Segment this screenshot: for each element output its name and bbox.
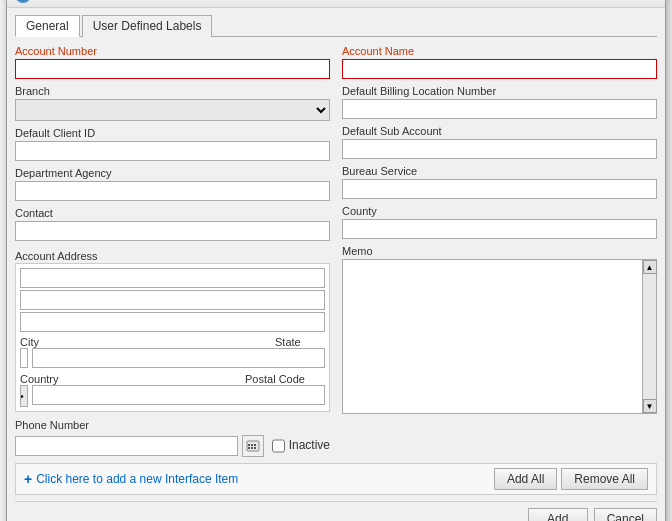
svg-rect-8 (254, 447, 256, 449)
plus-icon: + (24, 471, 32, 487)
county-input[interactable] (342, 219, 657, 239)
memo-label: Memo (342, 245, 657, 257)
bureau-service-label: Bureau Service (342, 165, 657, 177)
memo-group: Memo ▲ ▼ (342, 245, 657, 414)
branch-select[interactable] (15, 99, 330, 121)
default-client-id-group: Default Client ID (15, 127, 330, 161)
country-select[interactable]: United States of America (20, 385, 28, 407)
svg-rect-3 (248, 444, 250, 446)
address-line1-input[interactable] (20, 268, 325, 288)
postal-code-label: Postal Code (245, 373, 325, 385)
account-address-label: Account Address (15, 250, 98, 262)
scrollbar-up-button[interactable]: ▲ (643, 260, 657, 274)
contact-input[interactable] (15, 221, 330, 241)
account-number-label: Account Number (15, 45, 330, 57)
left-column: Account Number Branch Default Client ID … (15, 45, 330, 457)
default-sub-account-input[interactable] (342, 139, 657, 159)
tab-user-defined[interactable]: User Defined Labels (82, 15, 213, 37)
phone-number-group: Phone Number (15, 418, 330, 457)
remove-all-button[interactable]: Remove All (561, 468, 648, 490)
memo-container: ▲ ▼ (342, 259, 657, 414)
phone-row: Inactive (15, 435, 330, 457)
form-body: Account Number Branch Default Client ID … (15, 45, 657, 457)
account-number-group: Account Number (15, 45, 330, 79)
memo-scrollbar: ▲ ▼ (642, 260, 656, 413)
svg-rect-7 (251, 447, 253, 449)
cancel-button[interactable]: Cancel (594, 508, 657, 521)
interface-buttons: Add All Remove All (494, 468, 648, 490)
phone-icon (246, 439, 260, 453)
department-agency-label: Department Agency (15, 167, 330, 179)
contact-group: Contact (15, 207, 330, 241)
default-client-id-input[interactable] (15, 141, 330, 161)
interface-item-text: Click here to add a new Interface Item (36, 472, 238, 486)
right-column: Account Name Default Billing Location Nu… (342, 45, 657, 457)
default-sub-account-group: Default Sub Account (342, 125, 657, 159)
phone-icon-button[interactable] (242, 435, 264, 457)
city-state-labels: City State (20, 336, 325, 348)
state-label: State (275, 336, 325, 348)
account-name-label: Account Name (342, 45, 657, 57)
window-title: New Account (37, 0, 107, 2)
scrollbar-track (643, 274, 656, 399)
county-group: County (342, 205, 657, 239)
account-name-input[interactable] (342, 59, 657, 79)
branch-group: Branch (15, 85, 330, 121)
city-input[interactable] (20, 348, 28, 368)
default-sub-account-label: Default Sub Account (342, 125, 657, 137)
window-icon: + (15, 0, 31, 3)
branch-label: Branch (15, 85, 330, 97)
interface-bar: + Click here to add a new Interface Item… (15, 463, 657, 495)
country-postal-inputs: United States of America (20, 385, 325, 407)
account-address-group: Account Address City State (15, 249, 330, 415)
state-input[interactable] (32, 348, 325, 368)
department-agency-group: Department Agency (15, 167, 330, 201)
add-interface-item[interactable]: + Click here to add a new Interface Item (24, 471, 238, 487)
default-billing-input[interactable] (342, 99, 657, 119)
address-section: City State Country Postal Code (15, 263, 330, 412)
account-name-group: Account Name (342, 45, 657, 79)
tab-general[interactable]: General (15, 15, 80, 37)
inactive-row: Inactive (272, 436, 330, 456)
svg-rect-5 (254, 444, 256, 446)
county-label: County (342, 205, 657, 217)
window-content: General User Defined Labels Account Numb… (7, 8, 665, 521)
contact-label: Contact (15, 207, 330, 219)
scrollbar-down-button[interactable]: ▼ (643, 399, 657, 413)
city-state-inputs (20, 348, 325, 370)
inactive-checkbox[interactable] (272, 436, 285, 456)
add-all-button[interactable]: Add All (494, 468, 557, 490)
svg-text:+: + (20, 0, 25, 1)
footer-buttons: Add Cancel (15, 501, 657, 521)
inactive-label: Inactive (289, 438, 330, 452)
svg-rect-4 (251, 444, 253, 446)
department-agency-input[interactable] (15, 181, 330, 201)
country-label: Country (20, 373, 237, 385)
city-label: City (20, 336, 271, 348)
new-account-window: + New Account General User Defined Label… (6, 0, 666, 521)
default-billing-label: Default Billing Location Number (342, 85, 657, 97)
account-number-input[interactable] (15, 59, 330, 79)
default-billing-group: Default Billing Location Number (342, 85, 657, 119)
tab-bar: General User Defined Labels (15, 14, 657, 37)
address-line2-input[interactable] (20, 290, 325, 310)
add-button[interactable]: Add (528, 508, 588, 521)
phone-input[interactable] (15, 436, 238, 456)
default-client-id-label: Default Client ID (15, 127, 330, 139)
address-line3-input[interactable] (20, 312, 325, 332)
bureau-service-input[interactable] (342, 179, 657, 199)
svg-rect-6 (248, 447, 250, 449)
phone-number-label: Phone Number (15, 419, 89, 431)
country-postal-labels: Country Postal Code (20, 373, 325, 385)
postal-code-input[interactable] (32, 385, 325, 405)
memo-text-area[interactable] (343, 260, 656, 413)
bureau-service-group: Bureau Service (342, 165, 657, 199)
titlebar: + New Account (7, 0, 665, 8)
